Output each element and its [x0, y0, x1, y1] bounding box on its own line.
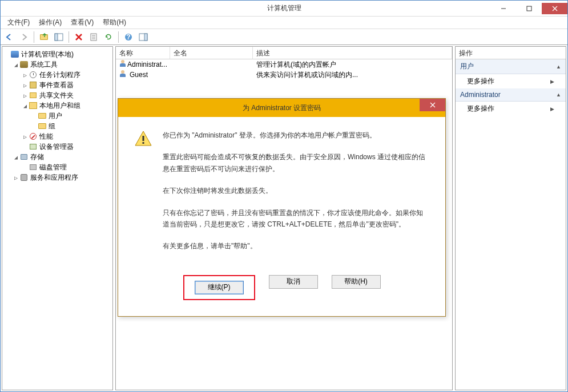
actions-more-users[interactable]: 更多操作 ▶ [456, 74, 566, 88]
tree-services-apps[interactable]: ▷服务和应用程序 [13, 172, 111, 183]
system-tools-icon [19, 60, 29, 69]
collapse-arrow-icon: ▲ [556, 92, 561, 98]
actions-more-admin[interactable]: 更多操作 ▶ [456, 102, 566, 116]
column-description[interactable]: 描述 [253, 47, 452, 59]
tree-disk-management[interactable]: 磁盘管理 [22, 162, 111, 172]
svg-rect-1 [527, 6, 531, 11]
set-password-dialog: 为 Administrator 设置密码 你已作为 "Administrator… [118, 98, 446, 317]
help-button[interactable]: ? [122, 31, 135, 43]
tree-event-viewer[interactable]: ▷事件查看器 [22, 80, 111, 90]
clock-icon [29, 70, 38, 79]
tree-groups[interactable]: 组 [31, 121, 111, 131]
refresh-button[interactable] [102, 31, 115, 43]
actions-header: 操作 [456, 47, 566, 59]
help-button[interactable]: 帮助(H) [332, 275, 381, 289]
expander-collapse-icon[interactable]: ◢ [13, 154, 19, 160]
services-apps-icon [19, 173, 29, 182]
continue-button[interactable]: 继续(P) [195, 281, 244, 294]
list-body: Administrat... 管理计算机(域)的内置帐户 Guest 供来宾访问… [116, 59, 452, 80]
event-viewer-icon [29, 80, 38, 90]
svg-text:?: ? [126, 33, 130, 41]
close-button[interactable] [542, 3, 567, 14]
toolbar: ? [1, 29, 567, 45]
navigation-tree: 计算机管理(本地) ◢ 系统工具 ▷任务计划程序 [3, 49, 111, 183]
app-icon [4, 4, 13, 13]
menu-help[interactable]: 帮助(H) [98, 17, 131, 29]
back-button[interactable] [3, 31, 15, 43]
show-hide-tree-button[interactable] [53, 31, 65, 43]
window-title: 计算机管理 [267, 3, 301, 13]
folder-icon [38, 111, 47, 120]
tree-users[interactable]: 用户 [31, 111, 111, 121]
expander-expand-icon[interactable]: ▷ [22, 72, 29, 78]
tree-local-users-groups[interactable]: ◢本地用户和组 [22, 100, 111, 111]
expander-expand-icon[interactable]: ▷ [13, 175, 19, 181]
svg-rect-5 [55, 34, 58, 41]
maximize-button[interactable] [516, 3, 542, 14]
tree-label: 设备管理器 [39, 142, 74, 152]
cell-description: 供来宾访问计算机或访问域的内... [253, 70, 452, 80]
expander-expand-icon[interactable]: ▷ [22, 134, 29, 140]
expander-collapse-icon[interactable]: ◢ [22, 103, 29, 109]
expander-collapse-icon[interactable]: ◢ [13, 62, 19, 68]
properties-button[interactable] [87, 31, 100, 43]
warning-icon [134, 130, 152, 148]
tree-device-manager[interactable]: 设备管理器 [22, 142, 111, 152]
actions-section-admin[interactable]: Administrator ▲ [456, 88, 566, 102]
titlebar: 计算机管理 [1, 1, 567, 17]
actions-item-label: 更多操作 [467, 76, 494, 86]
chevron-right-icon: ▶ [550, 79, 554, 84]
minimize-button[interactable] [490, 3, 516, 14]
tree-storage[interactable]: ◢存储 [13, 152, 111, 162]
list-row[interactable]: Guest 供来宾访问计算机或访问域的内... [116, 70, 452, 80]
dialog-close-button[interactable] [420, 99, 445, 111]
delete-button[interactable] [72, 31, 85, 43]
cell-name: Guest [130, 71, 148, 79]
menu-file[interactable]: 文件(F) [3, 17, 34, 29]
dialog-body: 你已作为 "Administrator" 登录。你选择为你的本地用户帐户重置密码… [118, 117, 445, 275]
cancel-button[interactable]: 取消 [269, 275, 318, 289]
actions-item-label: 更多操作 [467, 104, 494, 114]
tree-shared-folders[interactable]: ▷共享文件夹 [22, 90, 111, 100]
tree-label: 服务和应用程序 [30, 173, 78, 183]
actions-section-users[interactable]: 用户 ▲ [456, 59, 566, 74]
list-row[interactable]: Administrat... 管理计算机(域)的内置帐户 [116, 59, 452, 70]
tree-pane: 计算机管理(本地) ◢ 系统工具 ▷任务计划程序 [2, 46, 113, 390]
tree-label: 磁盘管理 [39, 163, 67, 172]
up-level-button[interactable] [38, 31, 50, 43]
dialog-title: 为 Administrator 设置密码 [243, 103, 321, 113]
disk-management-icon [29, 163, 38, 172]
dialog-buttons: 继续(P) 取消 帮助(H) [118, 275, 445, 316]
folder-icon [38, 122, 47, 131]
shared-folders-icon [29, 91, 38, 100]
forward-button[interactable] [18, 31, 30, 43]
expander-expand-icon[interactable]: ▷ [22, 92, 29, 99]
svg-rect-19 [143, 142, 144, 144]
actions-pane: 操作 用户 ▲ 更多操作 ▶ Administrator ▲ 更多操作 ▶ [455, 46, 566, 390]
local-users-groups-icon [29, 101, 38, 110]
menu-view[interactable]: 查看(V) [66, 17, 98, 29]
column-name[interactable]: 名称 [116, 47, 170, 59]
menu-action[interactable]: 操作(A) [34, 17, 66, 29]
column-fullname[interactable]: 全名 [170, 47, 253, 59]
annotation-highlight: 继续(P) [183, 275, 255, 300]
tree-task-scheduler[interactable]: ▷任务计划程序 [22, 70, 111, 80]
dialog-paragraph: 你已作为 "Administrator" 登录。你选择为你的本地用户帐户重置密码… [163, 130, 429, 141]
expander-expand-icon[interactable]: ▷ [22, 82, 29, 88]
dialog-paragraph: 有关更多信息，请单击"帮助"。 [163, 240, 429, 252]
show-hide-action-pane-button[interactable] [137, 31, 150, 43]
storage-icon [19, 152, 29, 161]
user-icon [119, 70, 128, 79]
tree-root[interactable]: 计算机管理(本地) [3, 49, 111, 59]
tree-label: 系统工具 [30, 60, 58, 70]
tree-label: 组 [49, 122, 55, 131]
tree-system-tools[interactable]: ◢ 系统工具 [13, 59, 111, 70]
window-controls [490, 3, 567, 14]
actions-section-label: Administrator [460, 91, 501, 99]
device-manager-icon [29, 142, 38, 151]
tree-performance[interactable]: ▷性能 [22, 131, 111, 142]
dialog-paragraph: 重置此密码可能会造成不可恢复的数据丢失。由于安全原因，Windows 通过使相应… [163, 151, 429, 175]
dialog-text: 你已作为 "Administrator" 登录。你选择为你的本地用户帐户重置密码… [163, 130, 429, 262]
toolbar-separator [34, 31, 34, 43]
tree-label: 存储 [30, 152, 44, 162]
